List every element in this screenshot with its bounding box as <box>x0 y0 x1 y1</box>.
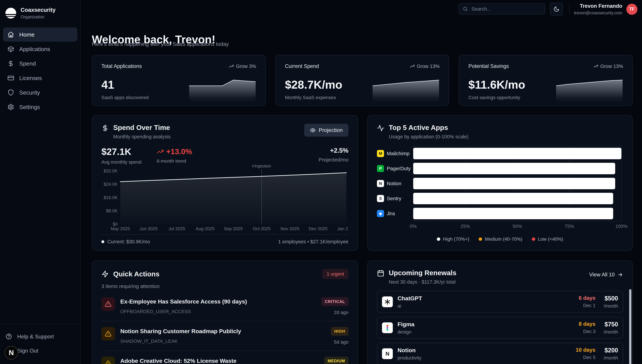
app-name: Mailchimp <box>387 151 409 156</box>
action-title: Notion Sharing Customer Roadmap Publicly <box>120 328 325 334</box>
app-name: Sentry <box>387 196 401 202</box>
avatar[interactable]: TF <box>626 4 637 15</box>
notion-icon: N <box>377 180 384 187</box>
renewal-name: ChatGPT <box>397 295 422 302</box>
renewal-item-figma[interactable]: Figma design 8 days Dec 3 $750 /month <box>377 317 623 339</box>
legend-dot-icon <box>532 238 535 241</box>
activity-icon <box>377 124 384 132</box>
org-type: Organization <box>21 14 56 20</box>
renewal-price: $200 <box>603 347 618 354</box>
quick-action-item[interactable]: Ex-Employee Has Salesforce Access (90 da… <box>101 292 348 321</box>
help-icon <box>6 333 12 340</box>
sidebar-footer-item-help-support[interactable]: Help & Support <box>6 331 75 342</box>
renewal-days: 6 days <box>579 295 596 301</box>
svg-text:$24.0K: $24.0K <box>104 182 118 187</box>
sidebar-item-label: Spend <box>19 60 36 67</box>
xaxis-tick: 0% <box>410 224 416 229</box>
svg-text:Sep 2025: Sep 2025 <box>224 226 243 231</box>
top-apps-title: Top 5 Active Apps <box>389 124 468 132</box>
avg-monthly-spend-value: $27.1K <box>101 146 142 157</box>
stat-card-current-spend: Current Spend Grow 13% $28.7K/mo Monthly… <box>275 55 449 106</box>
stat-card-potential-savings: Potential Savings Grow 13% $11.6K/mo Cos… <box>459 55 633 106</box>
legend-item-high-70: High (70%+) <box>437 236 469 242</box>
renewal-date: Dec 5 <box>576 355 595 360</box>
stat-title: Total Applications <box>101 63 142 69</box>
renewals-subtitle: Next 30 days · $117.3K/yr total <box>389 279 456 285</box>
sidebar-footer-label: Help & Support <box>17 334 54 340</box>
avg-monthly-spend-label: Avg monthly spend <box>101 160 142 165</box>
package-icon <box>8 46 14 52</box>
renewal-category: ai <box>397 303 422 309</box>
app-row-pagerduty: P PagerDuty <box>377 161 623 176</box>
top-apps-plot: M Mailchimp P PagerDuty N Notion S <box>377 146 623 221</box>
sidebar-item-home[interactable]: Home <box>3 28 77 42</box>
renewals-scrollbar[interactable] <box>629 289 631 364</box>
sidebar-item-settings[interactable]: Settings <box>3 100 77 114</box>
projection-button[interactable]: Projection <box>304 124 348 137</box>
sidebar-item-applications[interactable]: Applications <box>3 42 77 56</box>
view-all-button[interactable]: View All 10 <box>589 272 623 278</box>
legend-dot-icon <box>479 238 482 241</box>
search-input[interactable] <box>471 6 541 12</box>
sidebar-item-spend[interactable]: Spend <box>3 56 77 70</box>
renewal-name: Figma <box>397 321 414 328</box>
renewal-price: $500 <box>603 295 618 302</box>
renewal-item-notion[interactable]: N Notion productivity 10 days Dec 5 $200… <box>377 343 623 364</box>
app-row-jira: ◆ Jira <box>377 206 623 221</box>
svg-text:May 2025: May 2025 <box>111 226 130 231</box>
org-header[interactable]: Coaxsecurity Organization <box>0 0 80 20</box>
action-time: 5d ago <box>331 340 348 345</box>
svg-text:Nov 2025: Nov 2025 <box>280 226 299 231</box>
user-block: Trevon Fernando trevon@coaxsecurity.com … <box>574 3 637 15</box>
svg-text:Jan 2026: Jan 2026 <box>337 226 348 231</box>
dollar-icon <box>8 60 14 67</box>
renewal-name: Notion <box>397 347 421 354</box>
theme-toggle-button[interactable] <box>550 3 563 16</box>
stat-trend: Grow 3% <box>229 64 256 69</box>
renewal-category: design <box>397 329 414 335</box>
severity-badge: CRITICAL <box>321 297 348 306</box>
quick-action-item[interactable]: Notion Sharing Customer Roadmap Publicly… <box>101 321 348 351</box>
renewal-period: /month <box>603 355 618 361</box>
svg-text:$32.0K: $32.0K <box>104 168 118 174</box>
renewal-category: productivity <box>397 355 421 361</box>
renewals-title: Upcoming Renewals <box>389 269 456 277</box>
app-name: Jira <box>387 211 395 216</box>
xaxis-tick: 50% <box>513 224 522 229</box>
app-row-mailchimp: M Mailchimp <box>377 146 623 161</box>
sidebar-item-security[interactable]: Security <box>3 86 77 100</box>
svg-text:$8.0K: $8.0K <box>106 208 118 213</box>
usage-bar-track <box>413 178 621 189</box>
topbar-divider <box>569 4 570 14</box>
sidebar-item-licenses[interactable]: Licenses <box>3 71 77 85</box>
svg-text:Oct 2025: Oct 2025 <box>253 226 271 231</box>
renewal-period: /month <box>603 329 618 335</box>
usage-bar-track <box>413 163 621 174</box>
gear-icon <box>8 104 14 110</box>
alert-triangle-icon <box>101 327 115 340</box>
calendar-icon <box>377 270 384 277</box>
usage-bar-track <box>413 193 621 204</box>
jira-icon: ◆ <box>377 210 384 217</box>
severity-badge: MEDIUM <box>324 356 348 364</box>
legend-label: Low (<40%) <box>538 236 563 242</box>
legend-label: High (70%+) <box>443 236 469 242</box>
usage-bar <box>413 163 615 174</box>
user-email: trevon@coaxsecurity.com <box>574 10 622 15</box>
zap-icon <box>101 270 109 278</box>
severity-badge: HIGH <box>331 327 348 336</box>
quick-action-item[interactable]: Adobe Creative Cloud: 52% License Waste … <box>101 351 348 364</box>
trending-up-icon <box>593 64 598 69</box>
search-box[interactable] <box>459 3 545 14</box>
alert-triangle-icon <box>101 356 115 364</box>
sidebar: Coaxsecurity Organization HomeApplicatio… <box>0 0 81 364</box>
dev-tools-badge[interactable]: N <box>5 346 18 360</box>
sidebar-item-label: Licenses <box>19 75 42 82</box>
spend-footer-right: 1 employees • $27.1K/employee <box>278 239 348 244</box>
xaxis-tick: 75% <box>565 224 574 229</box>
app-name: PagerDuty <box>387 166 411 172</box>
renewal-item-chatgpt[interactable]: ChatGPT ai 6 days Dec 1 $500 /month <box>377 291 623 313</box>
trending-up-icon <box>157 148 164 155</box>
svg-text:Dec 2025: Dec 2025 <box>309 226 327 231</box>
quick-actions-title: Quick Actions <box>113 270 159 278</box>
